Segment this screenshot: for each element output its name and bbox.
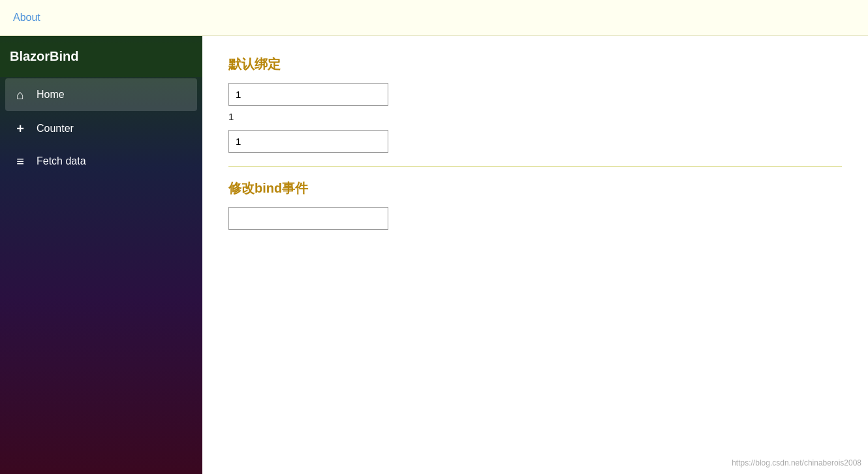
home-icon [13, 87, 27, 102]
watermark: https://blog.csdn.net/chinaberois2008 [732, 458, 861, 467]
section1-title: 默认绑定 [228, 55, 842, 73]
top-nav: About [0, 0, 868, 36]
section1-input1[interactable] [228, 83, 388, 106]
plus-icon [13, 121, 27, 136]
sidebar-label-home: Home [37, 89, 65, 101]
sidebar-label-counter: Counter [37, 123, 74, 134]
section-divider [228, 166, 842, 166]
section1-bound-display: 1 [228, 111, 842, 122]
list-icon [13, 154, 27, 168]
sidebar-item-fetch-data[interactable]: Fetch data [0, 145, 202, 178]
sidebar: BlazorBind Home Counter Fetch data [0, 36, 202, 474]
sidebar-label-fetch-data: Fetch data [37, 155, 86, 167]
sidebar-nav: Home Counter Fetch data [0, 77, 202, 178]
about-link[interactable]: About [13, 12, 40, 24]
sidebar-item-counter[interactable]: Counter [0, 112, 202, 145]
section2-input[interactable] [228, 207, 388, 230]
main-layout: BlazorBind Home Counter Fetch data 默认绑定 … [0, 36, 868, 474]
sidebar-item-home[interactable]: Home [5, 78, 197, 111]
section1-input2[interactable] [228, 130, 388, 153]
main-content: 默认绑定 1 修改bind事件 [202, 36, 868, 474]
section2-title: 修改bind事件 [228, 180, 842, 197]
sidebar-brand: BlazorBind [0, 42, 202, 77]
